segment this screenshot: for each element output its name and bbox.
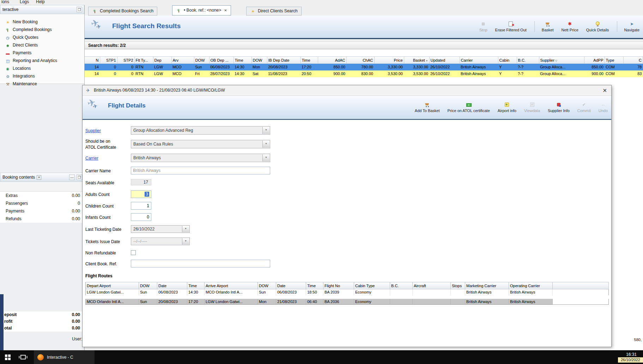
document-tab[interactable]: • Book. ref.: <none>✕: [172, 5, 231, 16]
carrier-link[interactable]: Carrier: [85, 156, 98, 161]
document-tab[interactable]: Completed Bookings Search✕: [88, 7, 157, 16]
toolbar-button[interactable]: Commit: [577, 102, 591, 113]
client-book-ref-input[interactable]: [131, 260, 270, 267]
start-button-icon[interactable]: [5, 354, 11, 360]
toolbar-button[interactable]: Basket: [534, 21, 554, 32]
infants-count-input[interactable]: 0: [131, 213, 151, 221]
column-header[interactable]: STP1: [100, 57, 117, 64]
toolbar-button[interactable]: Price on ATOL certificate: [448, 102, 490, 113]
column-header[interactable]: AdAC: [318, 57, 346, 64]
column-header[interactable]: DOW: [258, 282, 276, 289]
column-header[interactable]: Type: [605, 57, 623, 64]
adults-count-input[interactable]: 3: [131, 190, 151, 198]
column-header[interactable]: Date: [157, 282, 187, 289]
close-icon[interactable]: ✕: [37, 175, 41, 180]
taskbar-date[interactable]: 26/10/2022: [618, 357, 643, 363]
atol-combo[interactable]: Based On Caa Rules: [131, 140, 270, 148]
toolbar-button[interactable]: Quick Details: [586, 21, 609, 32]
sidebar-item[interactable]: New Booking: [0, 18, 84, 26]
toolbar-icon[interactable]: [35, 184, 41, 190]
column-header[interactable]: B.C.: [390, 282, 413, 289]
sidebar-item[interactable]: Payments: [0, 49, 84, 57]
column-header[interactable]: Date: [276, 282, 306, 289]
column-header[interactable]: Depart Airport: [86, 282, 139, 289]
sidebar-item[interactable]: Maintenance: [0, 80, 84, 88]
column-header[interactable]: Flt Ty...: [134, 57, 153, 64]
dialog-titlebar[interactable]: British Airways 06/08/2023 14:30 - 21/08…: [83, 85, 611, 96]
column-header[interactable]: Arv: [171, 57, 194, 64]
column-header[interactable]: Aircraft: [413, 282, 451, 289]
table-row[interactable]: LGW London Gatwi...Sun06/08/202314:30MCO…: [86, 289, 609, 297]
pin-icon[interactable]: ❐: [77, 7, 82, 12]
tickets-issue-date-combo[interactable]: --/--/----: [131, 237, 190, 245]
last-ticketing-date-combo[interactable]: 26/10/2022: [131, 225, 190, 233]
chevron-down-icon[interactable]: [262, 127, 269, 134]
column-header[interactable]: Carrier: [460, 57, 498, 64]
sidebar-item[interactable]: Direct Clients: [0, 41, 84, 49]
list-item[interactable]: Refunds 0.00: [0, 215, 84, 223]
menu-item[interactable]: ions: [1, 0, 9, 4]
column-header[interactable]: Price: [374, 57, 404, 64]
column-header[interactable]: OB Dep ...: [209, 57, 233, 64]
column-header[interactable]: N: [85, 57, 100, 64]
close-icon[interactable]: ✕: [602, 85, 607, 95]
tab-close-icon[interactable]: ✕: [224, 6, 227, 15]
column-header[interactable]: Arrive Airport: [205, 282, 258, 289]
column-header[interactable]: AdPP: [584, 57, 605, 64]
column-header[interactable]: Dep: [153, 57, 171, 64]
minimize-icon[interactable]: —: [69, 174, 75, 180]
taskbar-clock[interactable]: 16:31: [626, 352, 637, 357]
menu-item[interactable]: Logs: [20, 0, 29, 4]
sidebar-item[interactable]: Integrations: [0, 72, 84, 80]
column-header[interactable]: Cabin Type: [354, 282, 390, 289]
menu-item[interactable]: Help: [36, 0, 45, 4]
chevron-down-icon[interactable]: [262, 141, 269, 148]
column-header[interactable]: Updated: [429, 57, 460, 64]
toolbar-icon[interactable]: [61, 184, 67, 190]
children-count-input[interactable]: 1: [131, 202, 151, 210]
toolbar-icon[interactable]: [53, 184, 58, 190]
column-header[interactable]: Supplier: [539, 57, 584, 64]
column-header[interactable]: Marketing Carrier: [465, 282, 509, 289]
taskbar-app-button[interactable]: Interactive - C: [34, 350, 95, 364]
results-grid[interactable]: NSTP1STP2Flt Ty...DepArvDOWOB Dep ...Tim…: [85, 56, 643, 77]
toolbar-button[interactable]: Airport info: [498, 102, 516, 113]
column-header[interactable]: Basket: [404, 57, 429, 64]
list-item[interactable]: Passengers 0: [0, 199, 84, 207]
flight-routes-grid[interactable]: Depart AirportDOWDateTimeArrive AirportD…: [85, 282, 609, 305]
supplier-combo[interactable]: Group Allocation Advanced Reg: [131, 126, 270, 135]
column-header[interactable]: Operating Carrier: [509, 282, 553, 289]
toolbar-button[interactable]: Viewdata: [524, 102, 540, 113]
supplier-link[interactable]: Supplier: [85, 128, 101, 133]
column-header[interactable]: Time: [306, 282, 323, 289]
sidebar-item[interactable]: Locations: [0, 64, 84, 72]
carrier-name-input[interactable]: British Airways: [131, 167, 270, 174]
toolbar-icon[interactable]: [44, 184, 49, 190]
toolbar-button[interactable]: Add To Basket: [415, 102, 440, 113]
task-view-icon[interactable]: [20, 355, 26, 359]
column-header[interactable]: Stops: [451, 282, 465, 289]
column-header[interactable]: B.C.: [517, 57, 539, 64]
toolbar-button[interactable]: Erase Filtered Out: [495, 21, 527, 32]
list-item[interactable]: Extras 0.00: [0, 192, 84, 199]
column-header[interactable]: Time: [233, 57, 251, 64]
carrier-combo[interactable]: British Airways: [131, 154, 270, 162]
column-header[interactable]: Cabin: [498, 57, 517, 64]
chevron-down-icon[interactable]: [182, 238, 189, 245]
toolbar-button[interactable]: Nett Price: [561, 21, 578, 32]
sidebar-item[interactable]: Reporting and Analytics: [0, 57, 84, 64]
toolbar-button[interactable]: Navigate: [617, 21, 639, 32]
column-header[interactable]: DOW: [139, 282, 157, 289]
chevron-down-icon[interactable]: [182, 226, 189, 232]
float-icon[interactable]: ❐: [77, 174, 82, 180]
column-header[interactable]: ChAC: [346, 57, 374, 64]
toolbar-icon[interactable]: [17, 184, 23, 190]
chevron-down-icon[interactable]: [262, 154, 269, 161]
document-tab[interactable]: Direct Clients Search✕: [246, 7, 302, 16]
table-row[interactable]: 1400RTNLGWMCOSun06/08/202314:30Mon20/08/…: [85, 64, 643, 70]
non-refundable-checkbox[interactable]: [131, 250, 136, 255]
column-header[interactable]: Flight No: [323, 282, 354, 289]
column-header[interactable]: STP2: [117, 57, 134, 64]
column-header[interactable]: Time: [187, 282, 205, 289]
column-header[interactable]: DOW: [251, 57, 267, 64]
